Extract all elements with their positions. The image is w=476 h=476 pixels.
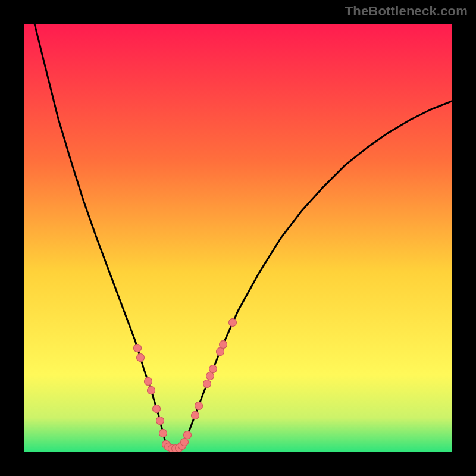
bottleneck-curve	[35, 24, 452, 449]
chart-frame: TheBottleneck.com	[0, 0, 476, 476]
curve-layer	[24, 24, 452, 452]
plot-area	[24, 24, 452, 452]
watermark-text: TheBottleneck.com	[345, 4, 468, 19]
